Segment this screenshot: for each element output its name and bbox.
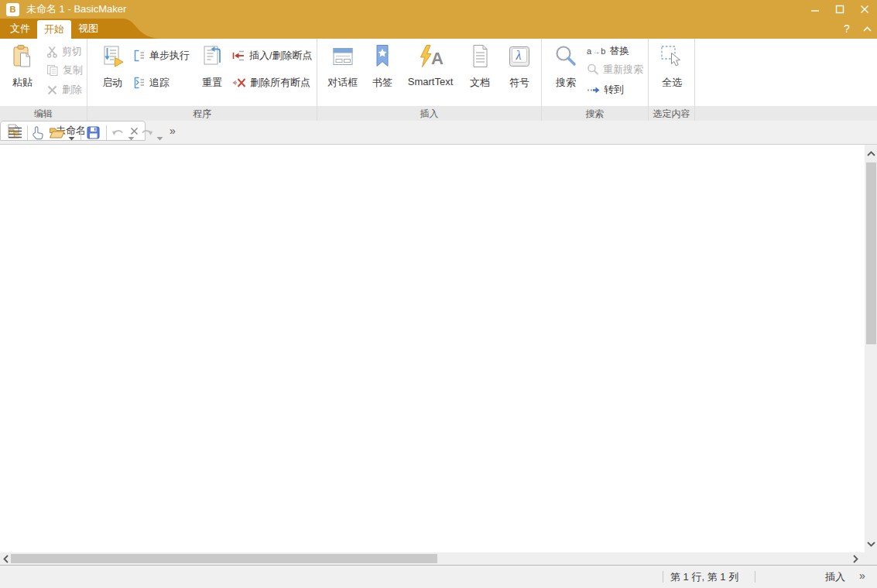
bookmark-label: 书签 [372, 76, 392, 90]
step-button[interactable]: 单步执行 [133, 48, 190, 63]
start-button[interactable]: 启动 [96, 40, 128, 105]
trace-icon [133, 77, 146, 89]
select-all-button[interactable]: 全选 [654, 40, 690, 105]
toggle-breakpoint-label: 插入/删除断点 [249, 49, 313, 63]
scroll-right-button[interactable] [850, 552, 861, 565]
toolbar-separator [27, 125, 28, 140]
redo-button[interactable] [140, 127, 153, 141]
scroll-up-button[interactable] [865, 147, 877, 159]
scroll-down-button[interactable] [865, 538, 877, 550]
undo-icon [111, 127, 125, 138]
delete-icon [46, 84, 58, 96]
collapse-ribbon-button[interactable] [859, 21, 875, 36]
horizontal-scrollbar-thumb[interactable] [11, 554, 437, 563]
goto-icon [587, 86, 600, 94]
save-icon [87, 126, 100, 139]
paste-button[interactable]: 粘贴 [5, 40, 40, 105]
code-editor-area[interactable] [0, 145, 865, 552]
replace-button[interactable]: a→b 替换 [587, 43, 629, 59]
search-button[interactable]: 搜索 [548, 40, 584, 105]
ribbon-group-program: 启动 单步执行 追踪 [87, 39, 317, 121]
copy-button[interactable]: 复制 [46, 63, 83, 78]
open-button[interactable] [49, 126, 65, 142]
copy-label: 复制 [63, 63, 83, 77]
insert-mode-indicator[interactable]: 插入 [825, 570, 845, 584]
undo-button[interactable] [111, 127, 125, 141]
start-icon [100, 44, 125, 69]
maximize-button[interactable] [827, 0, 852, 19]
insert-document-button[interactable]: 文档 [463, 40, 497, 105]
dialog-button[interactable]: 对话框 [324, 40, 362, 105]
minimize-button[interactable] [803, 0, 827, 19]
reset-button[interactable]: 重置 [195, 40, 229, 105]
search-again-button[interactable]: 重新搜索 [587, 62, 643, 77]
touch-mode-button[interactable] [32, 125, 45, 143]
toggle-breakpoint-button[interactable]: 插入/删除断点 [232, 48, 313, 63]
dialog-label: 对话框 [328, 76, 358, 90]
paste-icon [10, 44, 35, 69]
ribbon-group-insert: 对话框 书签 A SmartText [317, 39, 542, 121]
delete-button[interactable]: 删除 [46, 82, 82, 97]
help-button[interactable]: ? [839, 21, 855, 36]
statusbar-overflow-button[interactable]: » [859, 569, 865, 582]
undo-dropdown-button[interactable] [128, 130, 135, 144]
clear-breakpoints-button[interactable]: 删除所有断点 [232, 75, 310, 91]
insert-document-label: 文档 [470, 76, 490, 90]
replace-icon: a→b [587, 46, 605, 56]
select-all-icon [659, 44, 684, 69]
redo-dropdown-button[interactable] [156, 130, 163, 144]
bookmark-button[interactable]: 书签 [365, 40, 399, 105]
step-icon [133, 50, 146, 62]
svg-text:λ: λ [516, 49, 522, 62]
scroll-left-button[interactable] [0, 552, 11, 565]
reset-label: 重置 [202, 76, 222, 90]
symbol-button[interactable]: λ 符号 [502, 40, 537, 105]
toolbar-overflow-button[interactable]: » [170, 125, 176, 137]
hand-pointer-icon [32, 125, 45, 140]
cut-icon [46, 46, 58, 58]
paste-label: 粘贴 [12, 76, 33, 90]
window-title: 未命名 1 - BasicMaker [26, 2, 126, 16]
statusbar-separator [755, 571, 755, 583]
horizontal-scrollbar [0, 552, 877, 566]
clear-breakpoints-label: 删除所有断点 [250, 76, 310, 90]
redo-icon [140, 127, 153, 138]
tab-file-label: 文件 [10, 22, 30, 36]
cut-button[interactable]: 剪切 [46, 44, 82, 60]
ribbon-group-search: 搜索 a→b 替换 重新搜索 转到 搜索 [542, 39, 649, 121]
sidebar-toggle-button[interactable] [8, 126, 22, 142]
group-label-search: 搜索 [542, 107, 648, 121]
dialog-icon [331, 44, 355, 69]
tab-home[interactable]: 开始 [37, 20, 71, 39]
trace-label: 追踪 [149, 76, 170, 90]
chevron-down-icon [156, 136, 163, 141]
ribbon-filler [695, 39, 877, 121]
smarttext-button[interactable]: A SmartText [403, 40, 458, 105]
group-label-program: 程序 [87, 107, 317, 121]
smarttext-icon: A [417, 44, 444, 69]
trace-button[interactable]: 追踪 [133, 75, 170, 91]
vertical-scrollbar-thumb[interactable] [866, 162, 876, 344]
open-dropdown-button[interactable] [68, 130, 75, 144]
document-icon [468, 44, 492, 69]
svg-text:A: A [431, 49, 444, 68]
double-chevron-icon: » [859, 569, 865, 582]
folder-open-icon [49, 126, 65, 139]
ribbon: 粘贴 剪切 复制 [0, 39, 877, 121]
goto-button[interactable]: 转到 [587, 82, 624, 97]
tab-view[interactable]: 视图 [73, 19, 104, 39]
tab-band-curve [122, 19, 163, 39]
statusbar-separator [663, 571, 663, 583]
scroll-up-icon [867, 151, 875, 156]
tab-file[interactable]: 文件 [5, 19, 36, 39]
step-label: 单步执行 [149, 49, 190, 63]
close-button[interactable] [852, 0, 877, 19]
hamburger-icon [8, 126, 22, 139]
save-button[interactable] [87, 126, 100, 142]
scroll-right-icon [853, 555, 858, 563]
app-icon-letter: B [10, 5, 16, 14]
chevron-down-icon [128, 136, 135, 141]
ribbon-group-selection: 全选 选定内容 [649, 39, 695, 121]
replace-label: 替换 [609, 44, 629, 58]
quick-toolbar: » B 未命名 1 [0, 121, 877, 145]
